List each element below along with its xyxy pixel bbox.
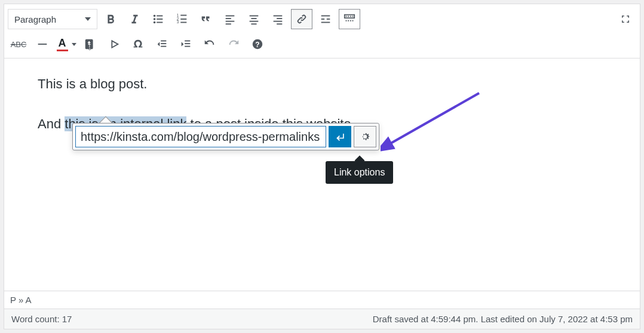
undo-button[interactable] — [199, 34, 220, 54]
element-path[interactable]: P » A — [4, 291, 640, 309]
horizontal-rule-button[interactable] — [32, 34, 53, 54]
link-popover: Link options — [72, 123, 379, 150]
svg-rect-40 — [161, 43, 166, 44]
editor-content[interactable]: This is a blog post. And this is an inte… — [4, 58, 640, 291]
content-paragraph: This is a blog post. — [38, 75, 606, 94]
svg-rect-9 — [180, 18, 186, 20]
svg-rect-44 — [185, 46, 190, 47]
outdent-button[interactable] — [151, 34, 173, 54]
format-select[interactable]: Paragraph — [8, 9, 97, 29]
chevron-down-icon — [85, 17, 91, 21]
svg-rect-29 — [346, 16, 347, 17]
align-right-button[interactable] — [267, 9, 289, 29]
svg-rect-42 — [185, 41, 190, 42]
svg-rect-22 — [274, 21, 283, 22]
svg-rect-31 — [350, 16, 351, 17]
svg-rect-12 — [226, 16, 235, 17]
svg-point-0 — [154, 15, 156, 17]
svg-rect-27 — [321, 22, 330, 23]
word-count-label: Word count: 17 — [11, 314, 72, 324]
align-center-button[interactable] — [243, 9, 265, 29]
svg-rect-34 — [348, 20, 349, 21]
bullet-list-button[interactable] — [148, 9, 169, 29]
special-char-button[interactable] — [127, 34, 149, 54]
svg-rect-15 — [226, 23, 231, 24]
svg-rect-26 — [327, 18, 330, 20]
insert-more-button[interactable] — [315, 9, 336, 29]
svg-rect-25 — [321, 18, 325, 20]
numbered-list-button[interactable]: 123 — [171, 9, 193, 29]
svg-rect-20 — [274, 16, 283, 17]
clear-formatting-button[interactable] — [103, 34, 125, 54]
svg-rect-41 — [161, 46, 166, 47]
bold-button[interactable] — [100, 9, 121, 29]
svg-rect-3 — [157, 18, 162, 20]
format-select-label: Paragraph — [14, 14, 56, 24]
svg-rect-7 — [180, 15, 186, 16]
svg-point-4 — [154, 21, 156, 24]
editor-toolbar: Paragraph 123 ABC A — [4, 4, 640, 58]
svg-rect-17 — [251, 18, 256, 19]
svg-rect-5 — [157, 22, 162, 23]
strikethrough-button[interactable]: ABC — [8, 34, 29, 54]
svg-rect-43 — [185, 43, 190, 44]
paste-text-button[interactable]: T — [79, 34, 101, 54]
svg-rect-32 — [352, 16, 354, 17]
svg-rect-24 — [321, 16, 330, 17]
gear-icon — [359, 131, 371, 143]
svg-rect-33 — [346, 20, 347, 21]
help-button[interactable]: ? — [247, 34, 268, 54]
redo-button[interactable] — [223, 34, 244, 54]
svg-rect-21 — [277, 18, 282, 19]
align-left-button[interactable] — [219, 9, 241, 29]
toolbar-toggle-button[interactable] — [339, 9, 360, 29]
svg-rect-39 — [161, 41, 166, 42]
svg-rect-36 — [352, 20, 354, 21]
svg-rect-16 — [250, 16, 259, 17]
link-url-input[interactable] — [75, 126, 326, 147]
svg-rect-18 — [250, 21, 259, 22]
save-status-label: Draft saved at 4:59:44 pm. Last edited o… — [373, 314, 633, 324]
insert-link-button[interactable] — [291, 9, 312, 29]
svg-rect-37 — [38, 44, 47, 45]
text-color-button[interactable]: A — [56, 34, 77, 54]
italic-button[interactable] — [124, 9, 145, 29]
svg-rect-35 — [350, 20, 351, 21]
svg-rect-19 — [251, 23, 256, 24]
apply-link-button[interactable] — [329, 126, 351, 147]
svg-text:?: ? — [255, 41, 259, 49]
svg-rect-30 — [348, 16, 349, 17]
svg-rect-1 — [157, 16, 162, 17]
svg-point-2 — [154, 18, 156, 20]
chevron-down-icon — [72, 43, 76, 46]
link-options-button[interactable] — [354, 126, 376, 147]
fullscreen-button[interactable] — [615, 9, 636, 29]
enter-icon — [334, 131, 346, 143]
editor-footer: Word count: 17 Draft saved at 4:59:44 pm… — [4, 309, 640, 329]
svg-rect-23 — [277, 23, 282, 24]
svg-rect-14 — [226, 21, 235, 22]
indent-button[interactable] — [175, 34, 197, 54]
svg-rect-11 — [180, 22, 186, 23]
svg-rect-13 — [226, 18, 231, 19]
svg-text:T: T — [88, 44, 91, 49]
blockquote-button[interactable] — [195, 9, 217, 29]
link-options-tooltip: Link options — [326, 161, 393, 184]
svg-text:3: 3 — [177, 20, 179, 24]
